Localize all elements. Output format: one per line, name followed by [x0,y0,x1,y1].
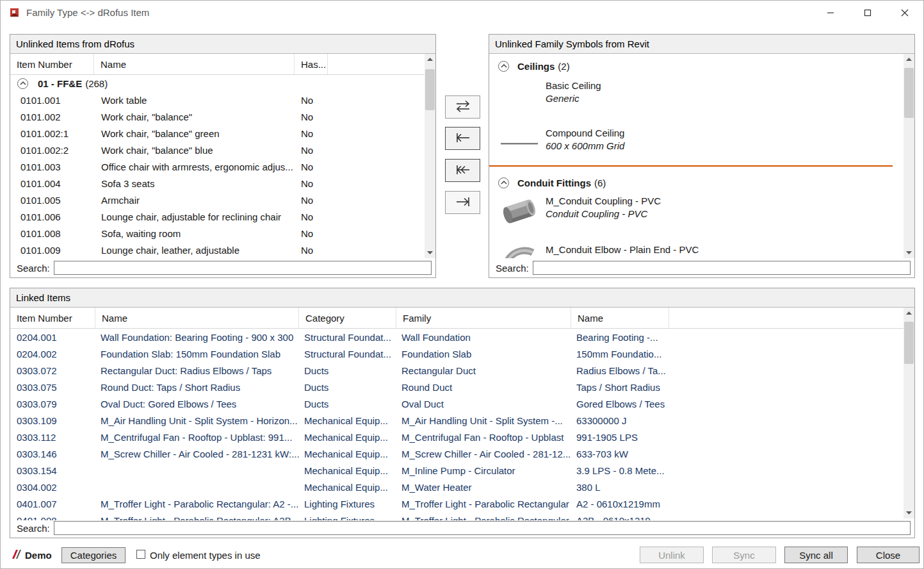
family-cell: M_Water Heater [396,482,571,493]
linked-row[interactable]: 0303.109M_Air Handling Unit - Split Syst… [10,412,904,429]
minimize-button[interactable] [812,1,849,24]
name-cell: Sofa, waiting room [94,228,295,239]
link-swap-button[interactable] [445,95,480,119]
unlinked-drofus-title: Unlinked Items from dRofus [16,38,134,49]
column-header-has[interactable]: Has... [295,54,328,74]
name-cell: Round Duct: Taps / Short Radius [95,382,299,393]
has-cell: No [295,245,328,256]
unlink-to-right-button[interactable] [445,191,480,214]
family-cell: Wall Foundation [396,332,571,343]
scroll-thumb[interactable] [425,69,435,110]
linked-row[interactable]: 0303.146M_Screw Chiller - Air Cooled - 2… [10,445,904,462]
name-cell: Armchair [94,195,295,206]
scroll-thumb[interactable] [904,68,914,118]
linked-row[interactable]: 0303.154Mechanical Equip...M_Inline Pump… [10,462,904,479]
linked-row[interactable]: 0303.075Round Duct: Taps / Short RadiusD… [10,379,904,395]
linked-row[interactable]: 0204.002Foundation Slab: 150mm Foundatio… [10,345,904,362]
column-header-name[interactable]: Name [95,308,299,328]
collapse-chevron-icon[interactable] [17,78,28,89]
maximize-button[interactable] [849,1,886,24]
item-number-cell: 0303.146 [10,449,95,459]
family-type-name: Conduit Coupling - PVC [546,208,661,220]
linked-row[interactable]: 0303.079Oval Duct: Gored Elbows / TeesDu… [10,395,904,412]
drofus-item-row[interactable]: 0101.002Work chair, "balance"No [10,108,425,125]
link-selected-button[interactable] [445,127,480,150]
column-header-family[interactable]: Family [396,308,571,328]
close-dialog-button[interactable]: Close [857,547,920,563]
linked-items-header: Linked Items [10,288,914,308]
name-cell: Foundation Slab: 150mm Foundation Slab [95,349,299,359]
sync-button[interactable]: Sync [712,547,776,563]
scroll-up-icon[interactable] [425,54,435,65]
column-header-type-name[interactable]: Name [571,308,669,328]
drofus-brand-icon [10,548,22,562]
drofus-search-row: Search: [10,258,435,277]
linked-search-input[interactable] [54,521,911,535]
only-in-use-checkbox[interactable] [136,550,145,559]
linked-row[interactable]: 0304.002Mechanical Equip...M_Water Heate… [10,479,904,495]
has-cell: No [295,95,328,106]
column-header-name[interactable]: Name [94,54,295,74]
linked-items-panel: Linked Items Item Number Name Category F… [10,288,915,538]
linked-row[interactable]: 0303.112M_Centrifugal Fan - Rooftop - Up… [10,429,904,445]
drofus-item-row[interactable]: 0101.001Work tableNo [10,92,425,108]
family-symbol-item[interactable]: M_Conduit Elbow - Plain End - PVC Condui… [489,243,904,258]
collapse-chevron-icon[interactable] [498,61,509,72]
revit-search-input[interactable] [533,261,911,275]
family-symbol-item[interactable]: Basic Ceiling Generic [489,79,904,113]
drofus-item-row[interactable]: 0101.008Sofa, waiting roomNo [10,225,425,242]
column-header-item-number[interactable]: Item Number [10,308,95,328]
unlink-button[interactable]: Unlink [640,547,704,563]
linked-row[interactable]: 0303.072Rectangular Duct: Radius Elbows … [10,362,904,379]
drofus-item-row[interactable]: 0101.005ArmchairNo [10,192,425,208]
linked-row[interactable]: 0401.007M_Troffer Light - Parabolic Rect… [10,495,904,512]
linked-scrollbar[interactable] [904,308,914,518]
link-all-button[interactable] [445,159,480,182]
category-cell: Ducts [299,365,396,376]
category-cell: Structural Foundat... [299,332,396,343]
linked-items-table: Item Number Name Category Family Name 02… [10,308,914,518]
group-label: Ceilings [517,61,555,72]
has-cell: No [295,145,328,156]
drofus-app-icon [9,7,20,18]
drofus-group-row[interactable]: 01 - FF&E (268) [10,75,425,92]
categories-button[interactable]: Categories [61,547,126,563]
name-cell: Work table [94,95,295,106]
scroll-thumb[interactable] [904,322,914,364]
drofus-item-row[interactable]: 0101.009Lounge chair, leather, adjustabl… [10,242,425,258]
drofus-item-row[interactable]: 0101.004Sofa 3 seatsNo [10,175,425,192]
scroll-up-icon[interactable] [904,308,914,318]
family-symbol-item[interactable]: Compound Ceiling 600 x 600mm Grid [489,127,904,160]
column-header-category[interactable]: Category [299,308,396,328]
scroll-up-icon[interactable] [904,54,914,65]
linked-row[interactable]: 0204.001Wall Foundation: Bearing Footing… [10,329,904,345]
close-button[interactable] [886,1,923,24]
revit-group-conduit-fittings[interactable]: Conduit Fittings (6) [489,174,904,191]
sync-all-button[interactable]: Sync all [784,547,848,563]
revit-scrollbar[interactable] [904,54,914,258]
drofus-item-row[interactable]: 0101.003Office chair with armrests, ergo… [10,158,425,175]
group-count: (6) [594,177,606,188]
drofus-item-row[interactable]: 0101.006Lounge chair, adjustable for rec… [10,208,425,225]
category-cell: Ducts [299,382,396,393]
drofus-search-input[interactable] [54,261,432,275]
revit-group-ceilings[interactable]: Ceilings (2) [489,58,904,74]
window-controls [812,1,923,24]
scroll-down-icon[interactable] [904,247,914,258]
item-number-cell: 0101.003 [10,161,94,172]
drofus-item-row[interactable]: 0101.002:1Work chair, "balance" greenNo [10,125,425,142]
drofus-item-row[interactable]: 0101.002:2Work chair, "balance" blueNo [10,142,425,158]
titlebar: Family Type <-> dRofus Item [1,1,923,24]
name-cell: Oval Duct: Gored Elbows / Tees [95,399,299,409]
type-name-cell: 3.9 LPS - 0.8 Mete... [571,465,669,476]
scroll-down-icon[interactable] [904,507,914,518]
scroll-down-icon[interactable] [425,247,435,258]
family-symbol-item[interactable]: M_Conduit Coupling - PVC Conduit Couplin… [489,195,904,228]
linked-rows: 0204.001Wall Foundation: Bearing Footing… [10,329,904,520]
drofus-scrollbar[interactable] [425,54,435,258]
collapse-chevron-icon[interactable] [498,177,509,188]
type-name-cell: 380 L [571,482,669,493]
column-header-item-number[interactable]: Item Number [10,54,94,74]
category-cell: Lighting Fixtures [299,499,396,509]
name-cell: Rectangular Duct: Radius Elbows / Taps [95,365,299,376]
